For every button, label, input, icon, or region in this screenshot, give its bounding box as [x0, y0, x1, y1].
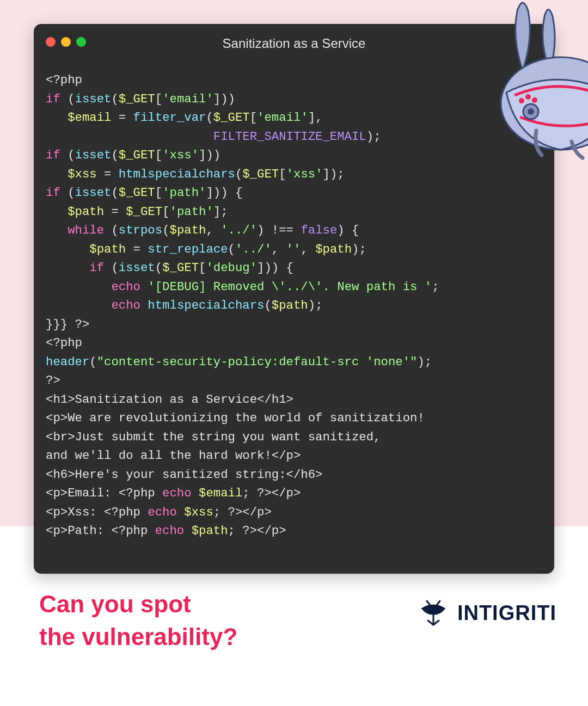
var: $path: [272, 298, 308, 312]
brand-logo-icon: [417, 598, 450, 628]
var: $_GET: [119, 148, 155, 162]
code-line: <h6>Here's your sanitized string:</h6>: [46, 468, 322, 482]
fn: isset: [75, 92, 112, 106]
fn: htmlspecialchars: [119, 167, 235, 181]
var: $_GET: [242, 167, 279, 181]
str: 'email': [257, 110, 308, 125]
code-line: <?php: [46, 336, 82, 350]
str: '../': [220, 223, 257, 237]
kw: if: [46, 148, 60, 162]
window-title: Sanitization as a Service: [34, 36, 554, 51]
brand-name: INTIGRITI: [457, 601, 556, 625]
const: FILTER_SANITIZE_EMAIL: [213, 130, 366, 144]
var: $email: [68, 110, 111, 125]
kw: echo: [111, 280, 140, 294]
code-line: <br>Just submit the string you want sani…: [46, 430, 381, 444]
code-block: <?php if (isset($_GET['email'])) $email …: [46, 71, 542, 541]
fn: header: [46, 355, 89, 369]
kw: if: [46, 186, 60, 200]
var: $path: [68, 205, 104, 219]
fn: isset: [75, 186, 112, 200]
str: 'xss': [162, 148, 199, 162]
fn: str_replace: [148, 242, 228, 256]
tagline-line2: the vulnerability?: [39, 621, 237, 653]
code-line: <p>Email: <?php: [46, 486, 162, 500]
var: $xss: [184, 505, 213, 519]
str: 'path': [162, 186, 206, 200]
code-line: <h1>Sanitization as a Service</h1>: [46, 392, 293, 407]
code-line: <p>Path: <?php: [46, 524, 155, 538]
var: $_GET: [126, 205, 162, 219]
str: 'xss': [286, 167, 323, 181]
str: '[DEBUG] Removed \'../\'. New path is ': [148, 280, 432, 294]
var: $_GET: [162, 261, 199, 275]
var: $path: [89, 242, 126, 256]
fn: htmlspecialchars: [148, 298, 264, 312]
tagline-line1: Can you spot: [39, 588, 237, 621]
kw: if: [46, 92, 60, 106]
str: '': [286, 242, 301, 256]
code-line: and we'll do all the hard work!</p>: [46, 449, 301, 463]
var: $email: [199, 486, 242, 500]
fn: filter_var: [133, 110, 206, 125]
fn: isset: [119, 261, 155, 275]
code-window: Sanitization as a Service <?php if (isse…: [34, 24, 554, 574]
code-line: <?php: [46, 73, 82, 87]
code-line: ?>: [46, 373, 60, 388]
code-line: <p>Xss: <?php: [46, 505, 148, 519]
var: $path: [192, 524, 228, 538]
kw: echo: [155, 524, 185, 538]
str: 'debug': [206, 261, 257, 275]
var: $_GET: [119, 92, 155, 106]
kw: echo: [111, 298, 140, 312]
fn: strpos: [119, 223, 162, 237]
var: $xss: [68, 167, 97, 181]
kw: echo: [162, 486, 192, 500]
var: $_GET: [213, 110, 250, 125]
const: false: [301, 223, 337, 237]
kw: echo: [148, 505, 177, 519]
str: '../': [235, 242, 272, 256]
code-line: ; ?></p>: [242, 486, 301, 500]
str: 'email': [162, 92, 213, 106]
code-line: }}} ?>: [46, 317, 89, 331]
str: "content-security-policy:default-src 'no…: [97, 355, 418, 369]
var: $path: [315, 242, 352, 256]
code-line: ; ?></p>: [213, 505, 272, 519]
brand: INTIGRITI: [417, 598, 556, 628]
var: $path: [170, 223, 206, 237]
tagline: Can you spot the vulnerability?: [39, 588, 237, 653]
str: 'path': [170, 205, 213, 219]
kw: if: [89, 261, 104, 275]
var: $_GET: [119, 186, 155, 200]
kw: while: [68, 223, 104, 237]
fn: isset: [75, 148, 112, 162]
code-line: <p>We are revolutionizing the world of s…: [46, 411, 425, 425]
code-line: ; ?></p>: [228, 524, 286, 538]
